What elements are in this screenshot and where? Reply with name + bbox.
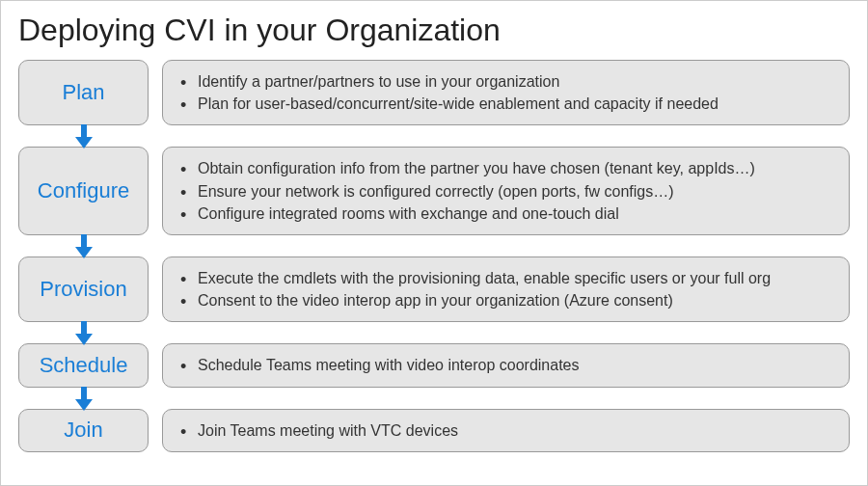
step-desc-schedule: Schedule Teams meeting with video intero…: [162, 343, 850, 387]
step-item: Schedule Teams meeting with video intero…: [198, 354, 580, 376]
step-item: Execute the cmdlets with the provisionin…: [198, 267, 771, 289]
arrow-row: [18, 322, 850, 343]
step-label-provision: Provision: [18, 256, 149, 322]
step-item: Plan for user-based/concurrent/site-wide…: [198, 93, 719, 115]
step-label-plan: Plan: [18, 60, 149, 125]
step-item: Join Teams meeting with VTC devices: [198, 419, 458, 442]
step-join: Join Join Teams meeting with VTC devices: [18, 409, 850, 452]
step-item: Identify a partner/partners to use in yo…: [198, 70, 719, 93]
step-provision: Provision Execute the cmdlets with the p…: [18, 256, 850, 322]
step-label-join: Join: [18, 409, 149, 452]
step-item: Configure integrated rooms with exchange…: [198, 202, 755, 225]
step-desc-plan: Identify a partner/partners to use in yo…: [162, 60, 850, 125]
step-item: Consent to the video interop app in your…: [198, 289, 771, 311]
step-item: Obtain configuration info from the partn…: [198, 157, 755, 179]
step-configure: Configure Obtain configuration info from…: [18, 147, 850, 235]
step-label-schedule: Schedule: [18, 343, 149, 387]
arrow-row: [18, 388, 850, 409]
step-desc-join: Join Teams meeting with VTC devices: [162, 409, 850, 452]
steps-diagram: Plan Identify a partner/partners to use …: [18, 60, 850, 452]
arrow-row: [18, 125, 850, 147]
page-title: Deploying CVI in your Organization: [18, 13, 850, 48]
step-plan: Plan Identify a partner/partners to use …: [18, 60, 850, 125]
step-desc-configure: Obtain configuration info from the partn…: [162, 147, 850, 235]
step-item: Ensure your network is configured correc…: [198, 180, 755, 202]
step-schedule: Schedule Schedule Teams meeting with vid…: [18, 343, 850, 387]
arrow-row: [18, 235, 850, 256]
step-desc-provision: Execute the cmdlets with the provisionin…: [162, 256, 850, 322]
step-label-configure: Configure: [18, 147, 149, 235]
